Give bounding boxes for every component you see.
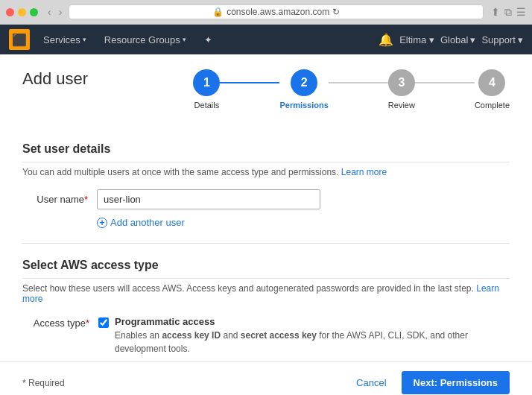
access-type-desc-text: Select how these users will access AWS. … — [22, 283, 476, 294]
main-content: Add user 1 Details 2 Permissions 3 Revie… — [0, 54, 532, 361]
share-button[interactable]: ⬆ — [491, 6, 500, 19]
step-1: 1 Details — [193, 69, 220, 110]
step-3-circle: 3 — [388, 69, 415, 96]
programmatic-access-content: Programmatic access Enables an access ke… — [115, 316, 510, 356]
url-text: console.aws.amazon.com — [227, 7, 329, 17]
username-label: User name* — [22, 194, 97, 205]
notifications-icon[interactable]: 🔔 — [379, 33, 393, 47]
set-user-details-title: Set user details — [22, 142, 510, 162]
access-type-title: Select AWS access type — [22, 259, 510, 279]
user-name: Eltima — [399, 34, 426, 45]
next-permissions-button[interactable]: Next: Permissions — [402, 371, 510, 394]
sidebar-button[interactable]: ☰ — [516, 6, 526, 19]
browser-titlebar: ‹ › 🔒 console.aws.amazon.com ↻ ⬆ ⧉ ☰ — [0, 0, 532, 24]
step-4-circle: 4 — [478, 69, 505, 96]
programmatic-access-option: Programmatic access Enables an access ke… — [98, 316, 510, 356]
set-user-details-desc-text: You can add multiple users at once with … — [22, 167, 341, 177]
required-note: * Required — [22, 378, 65, 388]
footer-buttons: Cancel Next: Permissions — [349, 371, 510, 394]
region-caret: ▾ — [470, 34, 475, 45]
aws-topnav: ⬛ Services ▾ Resource Groups ▾ ✦ 🔔 Eltim… — [0, 25, 532, 54]
connector-2-3 — [329, 82, 388, 83]
username-row: User name* — [22, 189, 510, 209]
browser-chrome: ‹ › 🔒 console.aws.amazon.com ↻ ⬆ ⧉ ☰ — [0, 0, 532, 25]
stepper: 1 Details 2 Permissions 3 Review 4 Compl… — [193, 69, 510, 110]
username-label-text: User name — [37, 194, 84, 205]
maximize-dot[interactable] — [30, 8, 38, 16]
step-3: 3 Review — [388, 69, 415, 110]
resource-groups-caret: ▾ — [183, 36, 186, 43]
access-type-required: * — [86, 317, 89, 329]
username-required: * — [84, 194, 88, 205]
lock-icon: 🔒 — [212, 7, 224, 17]
access-type-desc: Select how these users will access AWS. … — [22, 283, 510, 304]
add-user-row: + Add another user — [22, 217, 510, 228]
username-input[interactable] — [97, 189, 320, 209]
step-3-label: Review — [388, 101, 415, 110]
step-1-circle: 1 — [193, 69, 220, 96]
step-4-label: Complete — [475, 101, 510, 110]
browser-nav: ‹ › — [45, 6, 64, 18]
set-user-details-learn-more[interactable]: Learn more — [341, 167, 387, 177]
services-menu[interactable]: Services ▾ — [39, 31, 91, 48]
set-user-details-desc: You can add multiple users at once with … — [22, 167, 510, 177]
step-2-circle: 2 — [291, 69, 317, 96]
page-title: Add user — [22, 69, 88, 89]
region-menu[interactable]: Global ▾ — [440, 34, 476, 45]
step-2: 2 Permissions — [279, 69, 328, 110]
footer-actions: * Required Cancel Next: Permissions — [0, 361, 532, 395]
cancel-button[interactable]: Cancel — [349, 371, 393, 394]
add-user-label: Add another user — [110, 217, 185, 228]
bookmark-button[interactable]: ✦ — [200, 31, 217, 48]
aws-logo-text: ⬛ — [12, 33, 27, 47]
services-label: Services — [43, 34, 80, 45]
connector-1-2 — [220, 82, 279, 83]
step-4: 4 Complete — [475, 69, 510, 110]
support-label: Support — [481, 34, 516, 45]
set-user-details-section: Set user details You can add multiple us… — [22, 142, 510, 228]
forward-button[interactable]: › — [57, 6, 65, 18]
address-bar[interactable]: 🔒 console.aws.amazon.com ↻ — [69, 4, 484, 19]
new-tab-button[interactable]: ⧉ — [504, 6, 512, 19]
aws-logo[interactable]: ⬛ — [9, 29, 30, 50]
support-caret: ▾ — [518, 34, 523, 45]
browser-dots — [6, 8, 38, 16]
user-menu[interactable]: Eltima ▾ — [399, 34, 434, 45]
connector-3-4 — [415, 82, 475, 83]
bookmark-icon: ✦ — [204, 34, 212, 45]
section-divider — [22, 243, 510, 244]
region-label: Global — [440, 34, 469, 45]
back-button[interactable]: ‹ — [45, 6, 54, 18]
access-type-options-row: Access type* Programmatic access Enables… — [22, 316, 510, 361]
access-type-section: Select AWS access type Select how these … — [22, 259, 510, 361]
programmatic-access-checkbox[interactable] — [98, 317, 109, 328]
access-type-label-text: Access type — [34, 317, 86, 329]
plus-icon: + — [97, 218, 107, 228]
access-type-label: Access type* — [22, 316, 89, 329]
browser-actions: ⬆ ⧉ ☰ — [491, 6, 526, 19]
programmatic-access-title: Programmatic access — [115, 316, 510, 327]
refresh-icon: ↻ — [332, 7, 340, 17]
add-another-user-link[interactable]: + Add another user — [97, 217, 510, 228]
programmatic-access-desc: Enables an access key ID and secret acce… — [115, 329, 510, 356]
minimize-dot[interactable] — [18, 8, 26, 16]
nav-right: 🔔 Eltima ▾ Global ▾ Support ▾ — [379, 33, 523, 47]
resource-groups-menu[interactable]: Resource Groups ▾ — [100, 31, 191, 48]
step-2-label: Permissions — [279, 101, 328, 110]
resource-groups-label: Resource Groups — [104, 34, 180, 45]
step-1-label: Details — [194, 101, 220, 110]
support-menu[interactable]: Support ▾ — [481, 34, 523, 45]
access-options-container: Programmatic access Enables an access ke… — [98, 316, 510, 361]
services-caret: ▾ — [83, 36, 86, 43]
user-caret: ▾ — [429, 34, 434, 45]
close-dot[interactable] — [6, 8, 14, 16]
